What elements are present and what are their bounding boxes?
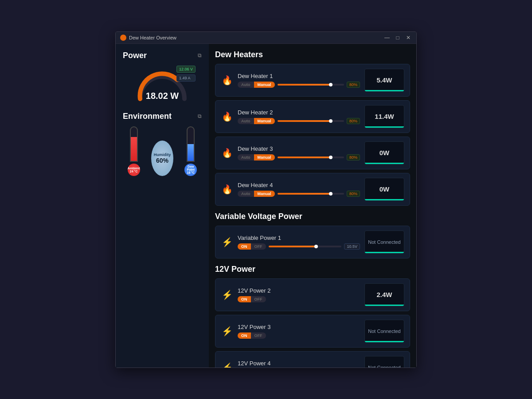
dew-heater-4-manual-btn[interactable]: Manual xyxy=(254,191,275,197)
window-title: Dew Heater Overview xyxy=(129,35,176,40)
dew-heater-3-slider-label: 80% xyxy=(347,154,360,160)
env-external-icon[interactable]: ⧉ xyxy=(198,113,202,119)
dew-heater-1-toggle[interactable]: Auto Manual xyxy=(238,82,275,88)
dewpoint-label: Dew Point 16 °C xyxy=(184,165,197,174)
dew-heater-3-manual-btn[interactable]: Manual xyxy=(254,154,275,160)
dew-heater-3-name: Dew Heater 3 xyxy=(238,145,360,152)
dew-heater-4-auto-btn[interactable]: Auto xyxy=(238,191,254,197)
dew-heater-1-card: 🔥 Dew Heater 1 Auto Manual xyxy=(215,64,410,97)
variable-power-1-off-btn[interactable]: OFF xyxy=(251,243,266,250)
variable-voltage-title: Variable Voltage Power xyxy=(215,212,410,221)
12v-power-2-name: 12V Power 2 xyxy=(238,287,360,294)
dew-heater-4-slider-label: 80% xyxy=(347,191,360,197)
dew-heater-3-slider-container: 80% xyxy=(278,154,360,160)
dew-heater-4-toggle[interactable]: Auto Manual xyxy=(238,191,275,197)
dew-heater-4-power-display: 0W xyxy=(364,178,404,201)
minimize-button[interactable]: — xyxy=(383,35,391,41)
voltage-badge: 12.06 V xyxy=(176,66,196,73)
variable-voltage-divider: Variable Voltage Power xyxy=(215,212,410,221)
dew-heater-2-toggle[interactable]: Auto Manual xyxy=(238,118,275,124)
12v-power-4-card: ⚡ 12V Power 4 ON OFF Not Connected xyxy=(215,351,410,368)
dew-heater-3-toggle[interactable]: Auto Manual xyxy=(238,154,275,160)
dew-heater-2-manual-btn[interactable]: Manual xyxy=(254,118,275,124)
dew-heater-4-fill xyxy=(278,193,331,195)
12v-power-2-off-btn[interactable]: OFF xyxy=(251,296,266,302)
dew-heater-3-power-bar xyxy=(365,163,404,164)
12v-power-3-name: 12V Power 3 xyxy=(238,324,360,330)
variable-power-1-status: Not Connected xyxy=(368,239,400,245)
humidity-value: 60% xyxy=(156,157,168,164)
app-icon xyxy=(120,35,126,41)
dew-heater-1-manual-btn[interactable]: Manual xyxy=(254,82,275,88)
variable-power-1-info: Variable Power 1 ON OFF 10.5V xyxy=(238,235,360,250)
dew-heater-2-power-value: 11.4W xyxy=(375,113,394,120)
12v-power-2-display: 2.4W xyxy=(364,283,404,306)
dew-heater-1-auto-btn[interactable]: Auto xyxy=(238,82,254,88)
dew-heater-4-track[interactable] xyxy=(278,193,344,195)
flame-icon-2: 🔥 xyxy=(221,111,233,122)
12v-power-2-controls: ON OFF xyxy=(238,296,360,302)
dew-heater-2-power-bar xyxy=(365,126,404,128)
variable-power-1-controls: ON OFF 10.5V xyxy=(238,243,360,250)
bolt-icon-p3: ⚡ xyxy=(221,326,233,336)
12v-power-3-on-btn[interactable]: ON xyxy=(238,332,251,339)
humidity-gauge: Humidity 60% xyxy=(151,141,173,176)
12v-power-4-status: Not Connected xyxy=(368,365,400,368)
12v-power-3-status: Not Connected xyxy=(368,329,400,334)
power-external-icon[interactable]: ⧉ xyxy=(198,52,202,59)
dew-heater-2-auto-btn[interactable]: Auto xyxy=(238,118,254,124)
env-section-header: Environment ⧉ xyxy=(123,112,202,121)
12v-power-2-card: ⚡ 12V Power 2 ON OFF 2.4W xyxy=(215,278,410,311)
12v-power-4-name: 12V Power 4 xyxy=(238,360,360,367)
humidity-label: Humidity xyxy=(154,153,171,157)
variable-power-1-on-btn[interactable]: ON xyxy=(238,243,251,250)
dew-heater-3-thumb xyxy=(329,156,332,159)
thermo-fill-dew xyxy=(188,144,194,161)
dew-heater-4-thumb xyxy=(329,192,332,196)
dew-heater-1-track[interactable] xyxy=(278,84,344,86)
dew-heater-3-controls: Auto Manual 80% xyxy=(238,154,360,160)
dew-heater-1-slider-container: 80% xyxy=(278,82,360,88)
12v-power-3-off-btn[interactable]: OFF xyxy=(251,332,266,339)
dew-heater-2-name: Dew Heater 2 xyxy=(238,109,360,116)
dew-heater-1-power-display: 5.4W xyxy=(364,69,404,92)
thermo-body-ambient xyxy=(130,126,138,162)
12v-power-2-toggle[interactable]: ON OFF xyxy=(238,296,266,302)
variable-power-1-fill xyxy=(269,246,316,247)
dew-heater-3-track[interactable] xyxy=(278,156,344,158)
dew-heater-3-auto-btn[interactable]: Auto xyxy=(238,154,254,160)
flame-icon-1: 🔥 xyxy=(221,75,233,86)
dew-heater-2-card: 🔥 Dew Heater 2 Auto Manual xyxy=(215,100,410,133)
variable-power-1-slider-container: 10.5V xyxy=(269,243,360,250)
main-window: Dew Heater Overview — □ ✕ Power ⧉ xyxy=(115,31,417,368)
variable-power-1-toggle[interactable]: ON OFF xyxy=(238,243,266,250)
12v-power-2-info: 12V Power 2 ON OFF xyxy=(238,287,360,302)
dew-heater-4-card: 🔥 Dew Heater 4 Auto Manual xyxy=(215,173,410,206)
dew-heater-3-card: 🔥 Dew Heater 3 Auto Manual xyxy=(215,137,410,169)
humidity-oval: Humidity 60% xyxy=(151,141,173,176)
12v-power-2-on-btn[interactable]: ON xyxy=(238,296,251,302)
12v-power-3-toggle[interactable]: ON OFF xyxy=(238,332,266,339)
power-title: Power xyxy=(123,51,147,60)
dew-heater-2-info: Dew Heater 2 Auto Manual 80% xyxy=(238,109,360,124)
power-section-header: Power ⧉ xyxy=(123,51,202,60)
variable-power-1-name: Variable Power 1 xyxy=(238,235,360,241)
variable-power-1-thumb xyxy=(314,245,318,248)
bolt-icon-vp1: ⚡ xyxy=(221,237,233,247)
power-value: 18.02 W xyxy=(146,91,179,101)
dew-heater-2-fill xyxy=(278,120,331,122)
titlebar-left: Dew Heater Overview xyxy=(120,35,176,41)
variable-power-1-track[interactable] xyxy=(269,246,342,247)
dew-heater-2-slider-label: 80% xyxy=(347,118,360,124)
dew-heaters-title: Dew Heaters xyxy=(215,50,410,59)
dew-heater-2-track[interactable] xyxy=(278,120,344,122)
dew-heater-1-name: Dew Heater 1 xyxy=(238,73,360,79)
gauge-badges: 12.06 V 1.49 A xyxy=(176,66,196,82)
dew-heater-2-controls: Auto Manual 80% xyxy=(238,118,360,124)
maximize-button[interactable]: □ xyxy=(394,35,401,41)
flame-icon-4: 🔥 xyxy=(221,184,233,195)
dew-heater-2-power-display: 11.4W xyxy=(364,105,404,128)
env-gauges: Ambient 24 °C Humidity 60% xyxy=(123,126,202,176)
dew-heater-1-power-bar xyxy=(365,90,404,91)
close-button[interactable]: ✕ xyxy=(405,35,412,41)
